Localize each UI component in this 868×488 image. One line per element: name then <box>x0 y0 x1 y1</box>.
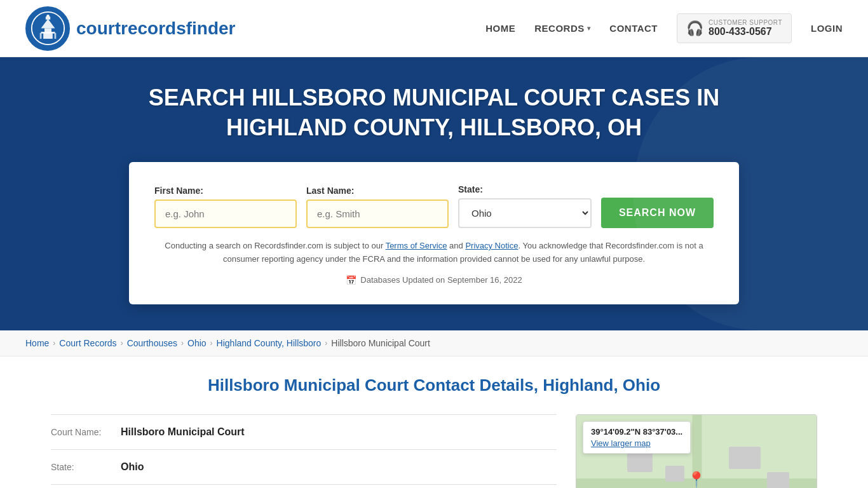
nav-records-label: RECORDS <box>534 23 585 34</box>
court-name-value: Hillsboro Municipal Court <box>121 426 245 438</box>
support-label: CUSTOMER SUPPORT <box>709 19 782 26</box>
logo-area: courtrecordsfinder <box>25 6 236 51</box>
breadcrumb-ohio[interactable]: Ohio <box>187 338 207 348</box>
svg-rect-15 <box>767 472 789 488</box>
logo-text-regular: courtrecords <box>76 18 186 38</box>
svg-rect-7 <box>39 33 41 39</box>
state-row-value: Ohio <box>121 461 144 473</box>
header: courtrecordsfinder HOME RECORDS ▾ CONTAC… <box>0 0 868 57</box>
svg-rect-8 <box>54 33 56 39</box>
breadcrumb-home[interactable]: Home <box>25 338 49 348</box>
breadcrumb-courthouses[interactable]: Courthouses <box>127 338 177 348</box>
view-larger-map-link[interactable]: View larger map <box>591 438 682 448</box>
first-name-label: First Name: <box>154 186 297 196</box>
privacy-link[interactable]: Privacy Notice <box>465 241 518 250</box>
last-name-group: Last Name: <box>306 186 449 228</box>
search-card: First Name: Last Name: State: AlabamaAla… <box>129 162 739 304</box>
map-tooltip: 39°14'09.2"N 83°37'03... View larger map <box>583 421 691 454</box>
breadcrumb: Home › Court Records › Courthouses › Ohi… <box>0 330 868 356</box>
last-name-label: Last Name: <box>306 186 449 196</box>
tos-link[interactable]: Terms of Service <box>386 241 447 250</box>
svg-rect-14 <box>729 447 761 469</box>
breadcrumb-hillsboro-municipal: Hillsboro Municipal Court <box>331 338 430 348</box>
state-row-label: State: <box>51 462 114 472</box>
support-number[interactable]: 800-433-0567 <box>709 26 782 37</box>
state-select[interactable]: AlabamaAlaskaArizonaArkansasCaliforniaCo… <box>458 198 592 228</box>
breadcrumb-sep-2: › <box>121 339 123 348</box>
court-name-label: Court Name: <box>51 427 114 437</box>
main-content: Hillsboro Municipal Court Contact Detail… <box>0 356 868 488</box>
state-row: State: Ohio <box>51 450 557 485</box>
details-layout: Court Name: Hillsboro Municipal Court St… <box>51 414 817 488</box>
last-name-input[interactable] <box>306 200 449 228</box>
map-coords: 39°14'09.2"N 83°37'03... <box>591 427 682 437</box>
breadcrumb-court-records[interactable]: Court Records <box>59 338 116 348</box>
db-update: 📅 Databases Updated on September 16, 202… <box>154 275 714 285</box>
headphone-icon: 🎧 <box>686 20 703 37</box>
svg-rect-13 <box>665 466 684 482</box>
details-table: Court Name: Hillsboro Municipal Court St… <box>51 414 557 488</box>
first-name-group: First Name: <box>154 186 297 228</box>
nav-records[interactable]: RECORDS ▾ <box>534 23 590 34</box>
nav-home[interactable]: HOME <box>485 23 515 34</box>
map-area: 39°14'09.2"N 83°37'03... View larger map… <box>576 414 817 488</box>
svg-rect-1 <box>43 33 53 39</box>
breadcrumb-sep-4: › <box>210 339 213 348</box>
search-button[interactable]: SEARCH NOW <box>601 198 714 228</box>
svg-rect-12 <box>627 453 653 472</box>
support-box: 🎧 CUSTOMER SUPPORT 800-433-0567 <box>677 13 792 43</box>
search-fields: First Name: Last Name: State: AlabamaAla… <box>154 184 714 228</box>
state-group: State: AlabamaAlaskaArizonaArkansasCalif… <box>458 184 592 228</box>
court-name-row: Court Name: Hillsboro Municipal Court <box>51 415 557 450</box>
map-pin-icon: 📍 <box>687 471 706 488</box>
logo-text-bold: finder <box>186 18 236 38</box>
section-title: Hillsboro Municipal Court Contact Detail… <box>51 376 817 395</box>
support-text: CUSTOMER SUPPORT 800-433-0567 <box>709 19 782 37</box>
hero-section: SEARCH HILLSBORO MUNICIPAL COURT CASES I… <box>0 57 868 330</box>
logo-text: courtrecordsfinder <box>76 18 236 39</box>
calendar-icon: 📅 <box>346 275 356 285</box>
disclaimer-text: Conducting a search on Recordsfinder.com… <box>154 240 714 266</box>
svg-rect-3 <box>44 29 51 33</box>
breadcrumb-sep-3: › <box>181 339 184 348</box>
state-label: State: <box>458 184 592 194</box>
chevron-down-icon: ▾ <box>587 25 591 32</box>
breadcrumb-highland-county[interactable]: Highland County, Hillsboro <box>217 338 322 348</box>
nav-login[interactable]: LOGIN <box>811 23 843 34</box>
breadcrumb-sep-1: › <box>53 339 55 348</box>
first-name-input[interactable] <box>154 200 297 228</box>
svg-point-6 <box>46 15 50 18</box>
breadcrumb-sep-5: › <box>325 339 327 348</box>
db-update-text: Databases Updated on September 16, 2022 <box>360 275 522 285</box>
hero-title: SEARCH HILLSBORO MUNICIPAL COURT CASES I… <box>148 83 720 143</box>
logo-icon <box>25 6 70 51</box>
nav-contact[interactable]: CONTACT <box>609 23 658 34</box>
main-nav: HOME RECORDS ▾ CONTACT 🎧 CUSTOMER SUPPOR… <box>485 13 843 43</box>
